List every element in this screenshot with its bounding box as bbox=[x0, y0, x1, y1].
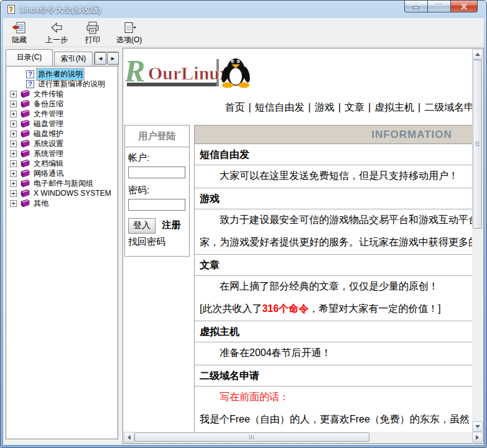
tree-item[interactable]: +其他 bbox=[6, 198, 118, 208]
expand-plus-icon[interactable]: + bbox=[10, 121, 17, 127]
expand-plus-icon[interactable]: + bbox=[10, 140, 17, 147]
nav-separator: | bbox=[248, 102, 251, 112]
book-folder-icon bbox=[19, 109, 30, 118]
expand-plus-icon[interactable]: + bbox=[10, 101, 17, 107]
vertical-scrollbar[interactable] bbox=[472, 49, 483, 432]
password-input[interactable] bbox=[128, 199, 185, 211]
register-link[interactable]: 注册 bbox=[162, 219, 180, 230]
expand-plus-icon[interactable]: + bbox=[10, 180, 17, 187]
password-label: 密码: bbox=[128, 185, 186, 196]
back-button[interactable]: 上一步 bbox=[42, 20, 72, 46]
vertical-scroll-thumb[interactable] bbox=[473, 60, 482, 229]
scroll-up-button[interactable] bbox=[472, 49, 483, 60]
svg-text:?: ? bbox=[9, 5, 13, 14]
tree-item[interactable]: +X WINDOWS SYSTEM bbox=[6, 188, 118, 198]
close-icon bbox=[460, 3, 468, 10]
nav-link[interactable]: 短信自由发 bbox=[255, 102, 305, 112]
expand-plus-icon[interactable]: + bbox=[10, 111, 17, 117]
nav-link[interactable]: 文章 bbox=[345, 102, 364, 112]
account-input[interactable] bbox=[128, 167, 185, 178]
scroll-right-button[interactable] bbox=[472, 432, 483, 442]
chm-help-file-icon: ? bbox=[6, 4, 16, 14]
info-paragraph: 家，为游戏爱好者提供更好的服务。让玩家在游戏中获得更多的 bbox=[195, 232, 472, 255]
information-panel: INFORMATION 短信自由发大家可以在这里发送免费短信，但是只支持移动用户… bbox=[194, 125, 472, 432]
options-button[interactable]: 选项(O) bbox=[113, 20, 146, 46]
nav-link[interactable]: 虚拟主机 bbox=[374, 102, 414, 112]
horizontal-scroll-thumb[interactable] bbox=[134, 432, 369, 442]
recover-password-link[interactable]: 找回密码 bbox=[128, 236, 165, 247]
nav-link[interactable]: 游戏 bbox=[315, 102, 335, 112]
info-paragraph: 致力于建设最安全可信的游戏物品交易平台和游戏互动平台 bbox=[195, 209, 472, 232]
topic-pane: R OurLinux bbox=[123, 48, 484, 444]
site-nav: 首页|短信自由发|游戏|文章|虚拟主机|二级域名申请|同学录| bbox=[124, 101, 472, 114]
print-button[interactable]: 打印 bbox=[81, 20, 104, 46]
expand-plus-icon[interactable]: + bbox=[10, 130, 17, 137]
info-text-run: 我是个Free（自由）的人，更喜欢Free（免费）的东东，虽然 bbox=[200, 414, 470, 424]
horizontal-scrollbar[interactable] bbox=[124, 432, 483, 442]
window-frame: ? Linux命令大全(修改版) 隐藏 bbox=[0, 0, 487, 448]
toolbar-button-label: 隐藏 bbox=[12, 35, 27, 45]
contents-tree: ?原作者的说明?进行重新编译的说明+文件传输+备份压缩+文件管理+磁盘管理+磁盘… bbox=[6, 66, 118, 439]
question-topic-icon: ? bbox=[26, 80, 34, 88]
toolbar-button-label: 打印 bbox=[85, 35, 100, 45]
question-topic-icon: ? bbox=[26, 70, 34, 78]
info-paragraph: 我是个Free（自由）的人，更喜欢Free（免费）的东东，虽然 bbox=[195, 409, 472, 431]
maximize-button[interactable] bbox=[428, 1, 450, 12]
info-section-heading: 游戏 bbox=[195, 188, 472, 209]
info-text-run: [此次共收入了 bbox=[200, 303, 262, 314]
nav-separator: | bbox=[338, 102, 341, 112]
login-panel: 用户登陆 帐户: 密码: 登入 注册 找回密码 bbox=[124, 125, 190, 257]
info-section-heading: 文章 bbox=[195, 255, 472, 276]
info-text-run: 大家可以在这里发送免费短信，但是只支持移动用户！ bbox=[220, 170, 458, 181]
expand-plus-icon[interactable]: + bbox=[10, 200, 17, 207]
caption-buttons bbox=[404, 1, 478, 12]
expand-plus-icon[interactable]: + bbox=[10, 160, 17, 167]
tab-contents[interactable]: 目录(C) bbox=[6, 49, 53, 66]
scroll-left-button[interactable] bbox=[124, 432, 134, 442]
tree-item-label[interactable]: 电子邮件与新闻组 bbox=[32, 178, 95, 190]
book-folder-icon bbox=[19, 149, 30, 158]
info-paragraph: 写在前面的话： bbox=[195, 386, 472, 409]
close-button[interactable] bbox=[450, 1, 478, 12]
toolbar: 隐藏 上一步 打印 选 bbox=[3, 18, 484, 47]
info-text-run: 在网上摘了部分经典的文章，仅仅是少量的原创！ bbox=[220, 281, 438, 291]
scroll-down-button[interactable] bbox=[472, 421, 483, 432]
tab-scroll-right-button[interactable]: ► bbox=[107, 52, 119, 65]
nav-separator: | bbox=[308, 102, 311, 112]
info-paragraph: 大家可以在这里发送免费短信，但是只支持移动用户！ bbox=[195, 165, 472, 188]
dropdown-arrow-icon bbox=[133, 27, 136, 29]
expand-plus-icon[interactable]: + bbox=[10, 91, 17, 98]
expand-plus-icon[interactable]: + bbox=[10, 190, 17, 197]
nav-link[interactable]: 首页 bbox=[225, 102, 244, 112]
book-folder-icon bbox=[19, 89, 30, 98]
info-paragraph: 在网上摘了部分经典的文章，仅仅是少量的原创！ bbox=[195, 276, 472, 298]
info-text-run: 写在前面的话： bbox=[220, 391, 289, 402]
expand-plus-icon[interactable]: + bbox=[10, 150, 17, 157]
left-arrow-icon bbox=[125, 435, 131, 440]
minimize-button[interactable] bbox=[404, 1, 428, 12]
tab-scroll-left-button[interactable]: ◄ bbox=[95, 52, 106, 65]
nav-separator: | bbox=[418, 102, 420, 112]
information-rows: 短信自由发大家可以在这里发送免费短信，但是只支持移动用户！游戏致力于建设最安全可… bbox=[195, 144, 472, 432]
hide-button[interactable]: 隐藏 bbox=[8, 20, 30, 46]
info-section-heading: 短信自由发 bbox=[195, 144, 472, 165]
expand-plus-icon[interactable]: + bbox=[10, 170, 17, 177]
window-title: Linux命令大全(修改版) bbox=[20, 4, 101, 16]
account-label: 帐户: bbox=[128, 152, 186, 164]
info-text-run: 准备在2004春节后开通！ bbox=[220, 347, 332, 358]
tree-item[interactable]: +电子邮件与新闻组 bbox=[6, 178, 118, 188]
book-folder-icon bbox=[19, 189, 30, 198]
book-folder-icon bbox=[19, 119, 30, 128]
info-text-run: 316个命令 bbox=[262, 303, 308, 314]
info-paragraph: 准备在2004春节后开通！ bbox=[195, 342, 472, 365]
login-button[interactable]: 登入 bbox=[128, 218, 155, 234]
ourlinux-logo: R OurLinux bbox=[126, 54, 254, 89]
minimize-icon bbox=[412, 4, 420, 9]
client-area: 搜 索引(N) 目录(C) ◄ ► ?原作者的说明?进行重新编译的说明+文件传输… bbox=[3, 47, 484, 445]
nav-link[interactable]: 二级域名申请 bbox=[424, 102, 472, 112]
info-text-run: 致力于建设最安全可信的游戏物品交易平台和游戏互动平台 bbox=[220, 214, 472, 225]
login-title: 用户登陆 bbox=[125, 126, 189, 147]
tab-index[interactable]: 索引(N) bbox=[54, 52, 93, 66]
tree-item-label[interactable]: 其他 bbox=[32, 198, 50, 209]
topic-viewport: R OurLinux bbox=[124, 49, 472, 432]
